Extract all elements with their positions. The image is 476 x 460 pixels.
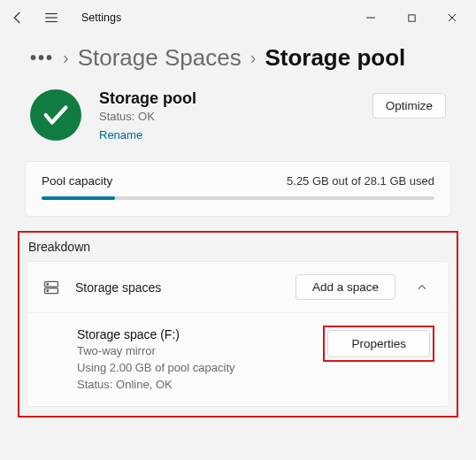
pool-title: Storage pool [99,89,372,108]
breakdown-title: Breakdown [28,240,449,254]
app-title: Settings [81,12,121,24]
add-space-button[interactable]: Add a space [296,274,395,300]
menu-icon[interactable] [42,9,60,27]
chevron-up-icon[interactable] [410,281,434,294]
breakdown-section: Breakdown Storage spaces Add a space Sto… [18,231,458,418]
rename-link[interactable]: Rename [99,128,372,142]
space-usage: Using 2.00 GB of pool capacity [77,360,309,377]
space-type: Two-way mirror [77,343,309,360]
optimize-button[interactable]: Optimize [372,93,446,119]
back-icon[interactable] [9,9,27,27]
capacity-used: 5.25 GB out of 28.1 GB used [287,174,434,188]
chevron-right-icon: › [63,48,69,68]
storage-spaces-row[interactable]: Storage spaces Add a space [27,262,449,313]
capacity-progress [42,196,434,200]
minimize-icon[interactable] [350,5,391,30]
pool-status: Status: OK [99,110,372,123]
svg-point-9 [47,283,49,285]
breadcrumb-parent[interactable]: Storage Spaces [78,44,242,72]
space-name: Storage space (F:) [77,326,309,343]
titlebar: Settings [0,0,476,35]
close-icon[interactable] [432,5,472,30]
breadcrumb-overflow-icon[interactable]: ••• [30,48,54,68]
status-ok-icon [30,89,81,141]
capacity-card: Pool capacity 5.25 GB out of 28.1 GB use… [25,161,451,217]
storage-spaces-label: Storage spaces [75,280,281,295]
pool-header: Storage pool Status: OK Rename Optimize [0,84,476,154]
storage-space-item: Storage space (F:) Two-way mirror Using … [27,313,449,406]
chevron-right-icon: › [250,48,257,68]
capacity-label: Pool capacity [42,174,112,188]
properties-highlight: Properties [323,326,434,362]
properties-button[interactable]: Properties [327,330,430,357]
svg-point-10 [47,290,49,292]
breadcrumb-current: Storage pool [265,44,405,72]
disk-icon [42,278,61,297]
breadcrumb: ••• › Storage Spaces › Storage pool [0,35,476,84]
maximize-icon[interactable] [391,5,432,30]
svg-rect-4 [408,14,414,20]
space-status: Status: Online, OK [77,377,309,394]
capacity-progress-fill [42,196,115,200]
